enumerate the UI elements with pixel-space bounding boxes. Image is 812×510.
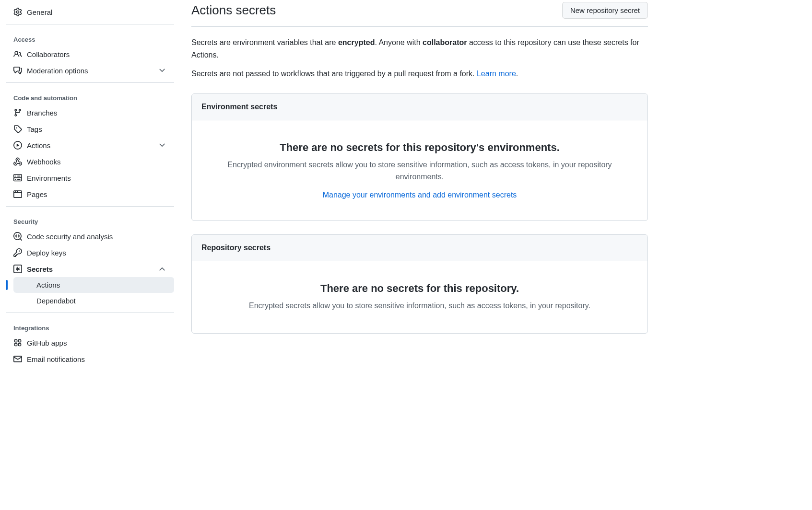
chevron-down-icon (158, 66, 166, 75)
intro-text-part: Secrets are environment variables that a… (191, 38, 338, 46)
play-circle-icon (13, 141, 22, 150)
repository-secrets-panel: Repository secrets There are no secrets … (191, 234, 648, 334)
sidebar-item-label: Collaborators (27, 50, 166, 58)
sidebar-item-label: Environments (27, 174, 166, 182)
panel-header: Environment secrets (192, 94, 647, 120)
sidebar-item-label: Tags (27, 125, 166, 133)
sidebar-item-secrets[interactable]: Secrets (6, 261, 174, 277)
browser-icon (13, 190, 22, 198)
learn-more-link[interactable]: Learn more (477, 70, 516, 78)
intro-text-part: . (516, 70, 518, 78)
server-icon (13, 174, 22, 182)
sidebar-item-collaborators[interactable]: Collaborators (6, 46, 174, 62)
sidebar-item-email-notifications[interactable]: Email notifications (6, 351, 174, 367)
webhook-icon (13, 157, 22, 166)
chevron-up-icon (158, 265, 166, 273)
main-content: Actions secrets New repository secret Se… (180, 0, 659, 510)
sidebar-item-actions[interactable]: Actions (6, 137, 174, 153)
settings-sidebar: General Access Collaborators Moderation … (0, 0, 180, 510)
intro-text-bold: encrypted (338, 38, 375, 46)
empty-state-description: Encrypted secrets allow you to store sen… (211, 300, 628, 312)
sidebar-item-branches[interactable]: Branches (6, 104, 174, 121)
section-heading-integrations: Integrations (6, 317, 174, 335)
key-icon (13, 248, 22, 257)
sidebar-item-moderation[interactable]: Moderation options (6, 62, 174, 79)
section-heading-access: Access (6, 28, 174, 46)
empty-state-description: Encrypted environment secrets allow you … (211, 159, 628, 183)
people-icon (13, 50, 22, 58)
environment-secrets-panel: Environment secrets There are no secrets… (191, 93, 648, 221)
comment-discussion-icon (13, 66, 22, 75)
sidebar-item-label: Secrets (27, 265, 153, 273)
panel-header: Repository secrets (192, 235, 647, 261)
empty-state-title: There are no secrets for this repository… (211, 282, 628, 295)
mail-icon (13, 355, 22, 363)
intro-text-part: . Anyone with (375, 38, 423, 46)
sidebar-item-deploy-keys[interactable]: Deploy keys (6, 244, 174, 261)
sidebar-item-label: Moderation options (27, 67, 153, 75)
sidebar-item-label: Actions (27, 141, 153, 150)
sidebar-subitem-secrets-actions[interactable]: Actions (13, 277, 174, 293)
git-branch-icon (13, 108, 22, 117)
tag-icon (13, 125, 22, 133)
sidebar-item-webhooks[interactable]: Webhooks (6, 153, 174, 170)
sidebar-item-label: General (27, 8, 166, 16)
chevron-down-icon (158, 141, 166, 150)
sidebar-item-code-security[interactable]: Code security and analysis (6, 228, 174, 244)
intro-text-part: Secrets are not passed to workflows that… (191, 70, 477, 78)
section-heading-security: Security (6, 210, 174, 228)
sidebar-item-label: Deploy keys (27, 249, 166, 257)
sidebar-item-pages[interactable]: Pages (6, 186, 174, 202)
empty-state-title: There are no secrets for this repository… (211, 141, 628, 154)
sidebar-item-label: Branches (27, 109, 166, 117)
manage-environments-link[interactable]: Manage your environments and add environ… (323, 191, 517, 199)
panel-body: There are no secrets for this repository… (192, 261, 647, 333)
sidebar-item-environments[interactable]: Environments (6, 170, 174, 186)
section-heading-code: Code and automation (6, 87, 174, 104)
sidebar-subitem-secrets-dependabot[interactable]: Dependabot (13, 293, 174, 309)
new-repository-secret-button[interactable]: New repository secret (562, 2, 648, 19)
sidebar-item-label: Email notifications (27, 355, 166, 363)
sidebar-item-github-apps[interactable]: GitHub apps (6, 335, 174, 351)
intro-text: Secrets are environment variables that a… (191, 36, 648, 80)
page-header: Actions secrets New repository secret (191, 2, 648, 27)
codescan-icon (13, 232, 22, 241)
intro-text-bold: collaborator (423, 38, 467, 46)
sidebar-item-label: Code security and analysis (27, 232, 166, 241)
apps-icon (13, 338, 22, 347)
sidebar-item-label: Actions (36, 281, 60, 289)
sidebar-item-tags[interactable]: Tags (6, 121, 174, 137)
sidebar-item-label: Dependabot (36, 297, 76, 305)
sidebar-item-label: GitHub apps (27, 339, 166, 347)
panel-body: There are no secrets for this repository… (192, 120, 647, 220)
page-title: Actions secrets (191, 3, 276, 18)
sidebar-item-general[interactable]: General (6, 4, 174, 20)
sidebar-item-label: Pages (27, 190, 166, 198)
gear-icon (13, 8, 22, 16)
key-asterisk-icon (13, 265, 22, 273)
sidebar-item-label: Webhooks (27, 158, 166, 166)
